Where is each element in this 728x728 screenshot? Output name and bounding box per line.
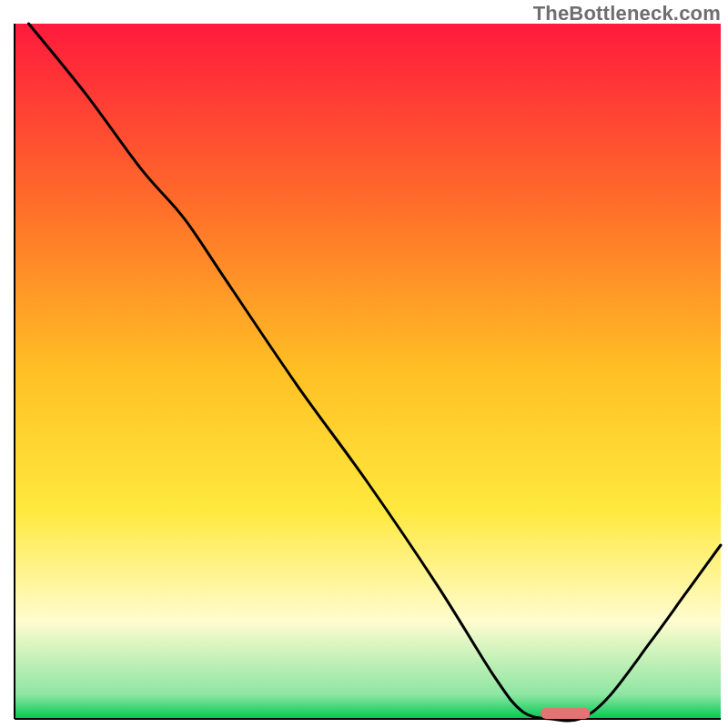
watermark-label: TheBottleneck.com: [533, 2, 721, 25]
chart-svg: [0, 0, 728, 728]
plot-background: [15, 24, 721, 719]
optimal-range-marker: [541, 708, 590, 719]
bottleneck-chart: TheBottleneck.com: [0, 0, 728, 728]
